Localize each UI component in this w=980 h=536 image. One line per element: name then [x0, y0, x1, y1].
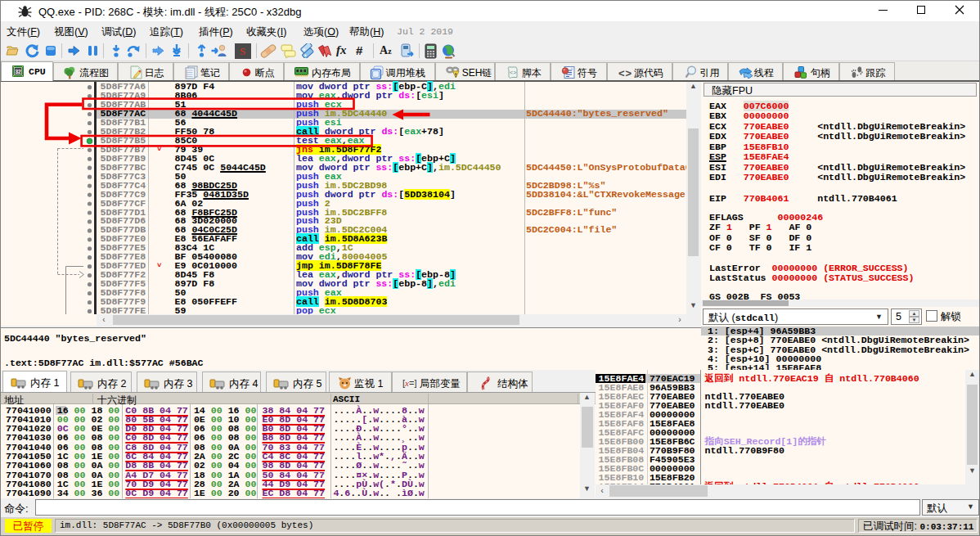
svg-text:32: 32	[15, 69, 21, 74]
svg-text:<>: <>	[510, 70, 516, 75]
